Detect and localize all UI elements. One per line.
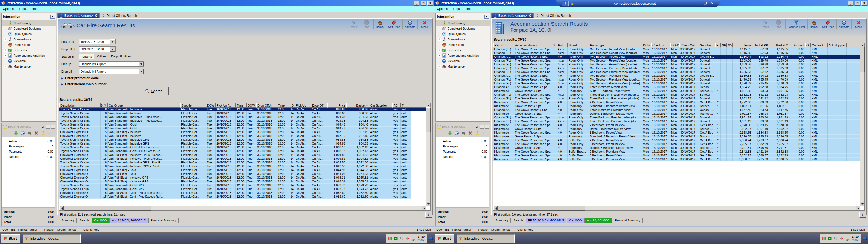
bottom-tab-car-mco[interactable]: Car MCO — [92, 218, 109, 223]
navigate-button[interactable]: Navigate — [402, 19, 417, 29]
bottom-tab-summary[interactable]: Summary — [59, 218, 77, 223]
collapse-sidebar-button[interactable]: − — [51, 14, 55, 19]
bottom-tab-financial-summary[interactable]: Financial Summary — [148, 218, 179, 223]
muted-speaker-icon[interactable] — [839, 236, 843, 241]
column-header[interactable]: D — [288, 103, 295, 108]
bottom-tab-fr-5a-3c-man-mco-man[interactable]: FR 5A;3C MAN MCO MAN — [526, 218, 566, 223]
column-header[interactable]: Price — [733, 43, 752, 48]
column-header[interactable]: AC — [393, 103, 401, 108]
promotion-code-expander[interactable]: ▶ Enter promotion code... — [61, 76, 101, 80]
table-row[interactable]: Toyota Sienna Or sim...8Van(Standard) - … — [59, 164, 426, 169]
navigate-button[interactable]: Navigate — [836, 19, 851, 29]
membership-number-expander[interactable]: ▶ Enter membership number... — [61, 82, 109, 86]
table-row[interactable]: KissimmeeThe Grove Resort and Spa4.0Room… — [493, 131, 860, 135]
table-row[interactable]: Orlando (FL)The Grove Resort and Spa4sta… — [493, 59, 860, 63]
chevron-down-icon[interactable] — [138, 69, 144, 74]
search-button[interactable]: Search — [139, 87, 169, 95]
vertical-scrollbar[interactable] — [426, 103, 431, 206]
table-row[interactable]: Orlando (FL)The Grove Resort and Spa4sta… — [493, 48, 860, 51]
scroll-right-button[interactable] — [856, 206, 860, 210]
bottom-tab-search[interactable]: Search — [511, 218, 525, 223]
booking-contents-close[interactable]: X — [475, 125, 479, 128]
facilities-filter-button[interactable]: Facilities Filter — [785, 19, 807, 29]
column-header[interactable]: NR — [721, 43, 727, 48]
panel-maximize-button[interactable]: □ — [51, 125, 55, 128]
column-header[interactable]: Drop Off — [311, 103, 328, 108]
taskbar-task-button[interactable]: Interactive - Ocea... — [23, 234, 81, 243]
expand-icon[interactable]: + — [438, 49, 441, 52]
tab-direct-clients-search[interactable]: Direct Clients Search — [99, 13, 139, 19]
dropoff-at-combobox[interactable]: 30/10/2018 12:00 — [79, 47, 116, 52]
menu-item-logs[interactable]: Logs — [450, 7, 462, 11]
rdp-restore-button[interactable]: ❐ — [703, 1, 708, 6]
expand-icon[interactable]: + — [438, 54, 441, 57]
column-header[interactable]: Basket — [346, 103, 369, 108]
search-in-option-airports[interactable]: Airports — [79, 54, 94, 59]
table-row[interactable]: Toyota Sienna Or sim...8Van(Standard) - … — [59, 123, 426, 127]
sidebar-item-direct-clients[interactable]: Direct Clients — [436, 42, 490, 48]
column-header[interactable]: Drop Off At — [256, 103, 277, 108]
column-header[interactable]: Discount — [789, 43, 805, 48]
pickup-at-combobox[interactable]: 16/10/2018 12:00 — [79, 39, 116, 44]
table-row[interactable]: Toyota Sienna Or sim...8Van(Standard) - … — [59, 127, 426, 130]
scroll-thumb[interactable] — [498, 206, 585, 211]
table-row[interactable]: KissimmeeGrove Resort & Spa4*RoomonlySta… — [493, 104, 860, 108]
palm-tree-icon[interactable] — [475, 131, 479, 135]
column-header[interactable]: DOW — [206, 103, 216, 108]
quote-clock-icon[interactable] — [21, 131, 25, 135]
column-header[interactable]: MS — [727, 43, 733, 48]
start-button[interactable]: Start — [1, 234, 20, 243]
scroll-right-button[interactable] — [422, 206, 426, 210]
column-header[interactable]: S — [101, 103, 108, 108]
table-row[interactable]: KissimmeeGrove Resort & Spa4*RoomonlyDor… — [493, 127, 860, 131]
close-button[interactable]: × — [862, 1, 867, 6]
column-header[interactable]: Of — [805, 43, 811, 48]
column-header[interactable]: Pick Up At — [216, 103, 236, 108]
monitor-icon[interactable] — [863, 236, 867, 241]
info-button[interactable]: i — [425, 212, 432, 218]
pickup-location-combobox[interactable]: Orlando Intl Airport — [79, 61, 144, 67]
sidebar-item-viewdata[interactable]: Viewdata — [2, 58, 56, 64]
column-header[interactable]: Pick Up — [295, 103, 311, 108]
scroll-up-button[interactable] — [860, 43, 865, 47]
plug-icon[interactable] — [834, 236, 838, 241]
table-row[interactable]: Orlando (FL)The Grove Resort and Spa4sta… — [493, 66, 860, 70]
sidebar-item-completed-bookings[interactable]: Completed Bookings — [436, 26, 490, 31]
collapse-sidebar-button[interactable]: − — [485, 14, 489, 19]
table-row[interactable]: Toyota Sienna Or sim...8Van(Standard) - … — [59, 149, 426, 153]
horizontal-scrollbar[interactable] — [493, 206, 860, 210]
scroll-thumb[interactable] — [860, 47, 865, 72]
tab-book-ref-none-[interactable]: Book. ref.: <none>X — [57, 13, 99, 19]
sidebar-item-payments[interactable]: +Payments — [436, 48, 490, 53]
scroll-up-button[interactable] — [426, 103, 431, 108]
maximize-button[interactable]: □ — [421, 1, 426, 6]
column-header[interactable]: Accommodation — [514, 43, 557, 48]
table-row[interactable]: Orlando (FL)The Grove Resort and Spa4sta… — [493, 70, 860, 74]
table-row[interactable]: Toyota Sienna Or sim...8Van(Standard) - … — [59, 146, 426, 149]
sidebar-item-quick-quotes[interactable]: Quick Quotes — [2, 31, 56, 37]
sidebar-item-new-booking[interactable]: New Booking — [436, 20, 490, 26]
table-row[interactable]: Chevrolet Express O...15Van(Full Size) -… — [59, 157, 426, 161]
table-row[interactable]: KissimmeeThe Grove Resort and Spa4.0Buff… — [493, 139, 860, 142]
search-in-option-offices[interactable]: Offices — [95, 54, 108, 59]
network-card-icon[interactable] — [828, 236, 832, 241]
column-header[interactable]: Time — [277, 103, 288, 108]
column-header[interactable]: Incl.Fl.PP — [752, 43, 769, 48]
sidebar-item-administrator[interactable]: +Administrator — [436, 37, 490, 42]
expand-icon[interactable]: + — [4, 38, 7, 41]
sidebar-item-quick-quotes[interactable]: Quick Quotes — [436, 31, 490, 37]
table-row[interactable]: Toyota Sienna Or sim...8Van(Standard) - … — [59, 108, 426, 112]
menu-item-logs[interactable]: Logs — [16, 7, 28, 11]
palm-tree-icon[interactable] — [41, 131, 45, 135]
expand-icon[interactable]: + — [438, 65, 441, 68]
plug-icon[interactable] — [400, 236, 404, 241]
rdp-close-button[interactable]: × — [710, 1, 715, 6]
sidebar-item-payments[interactable]: +Payments — [2, 48, 56, 53]
scroll-thumb[interactable] — [426, 108, 431, 132]
column-header[interactable]: Board — [568, 43, 589, 48]
table-row[interactable]: Chevrolet Express O...15Van(Full Size) -… — [59, 172, 426, 176]
minimize-button[interactable]: _ — [848, 1, 854, 6]
table-row[interactable]: Orlando (FL)The Grove Resort and Spa4sta… — [493, 97, 860, 100]
table-row[interactable]: Orlando Ar...The Grove Resort & Spa4.0Ro… — [493, 74, 860, 78]
chevron-down-icon[interactable] — [110, 47, 115, 52]
